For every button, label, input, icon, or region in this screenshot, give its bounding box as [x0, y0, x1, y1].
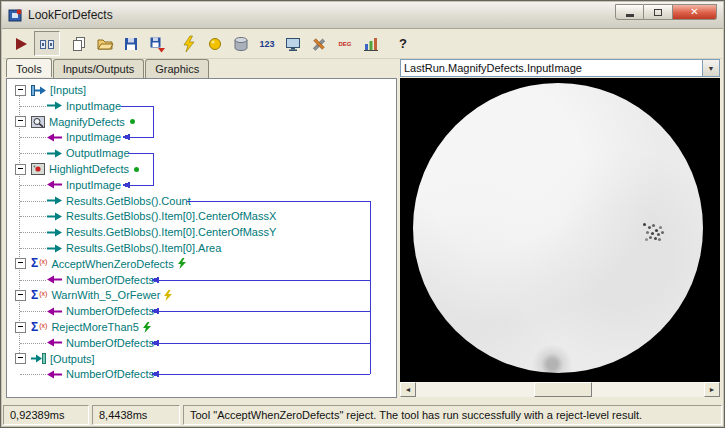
- tree-node-acceptwhenzerodefects[interactable]: Σ(x) AcceptWhenZeroDefects: [7, 256, 186, 272]
- tree-pin-label[interactable]: NumberOfDefects: [66, 368, 154, 380]
- lightning-icon: [180, 35, 198, 53]
- tree-node-label[interactable]: RejectMoreThan5: [51, 321, 138, 333]
- tree-pin-label[interactable]: OutputImage: [66, 147, 130, 159]
- chevron-down-icon[interactable]: ▼: [702, 60, 719, 76]
- status-message: Tool "AcceptWhenZeroDefects" reject. The…: [183, 405, 722, 425]
- save-export-button[interactable]: [144, 31, 170, 56]
- tree-pin-centerofmassy[interactable]: Results.GetBlobs().Item[0].CenterOfMassY: [7, 224, 276, 240]
- tree-pin-inputs-inputimage[interactable]: InputImage: [7, 98, 121, 114]
- image-display[interactable]: [400, 78, 720, 382]
- tree-pin-highlight-inputimage[interactable]: InputImage: [7, 177, 121, 193]
- power-button[interactable]: [202, 31, 228, 56]
- tree-node-label[interactable]: [Inputs]: [50, 84, 86, 96]
- tree-pin-label[interactable]: InputImage: [66, 131, 121, 143]
- run-triangle-icon: [12, 35, 30, 53]
- display-source-value: LastRun.MagnifyDefects.InputImage: [401, 62, 702, 74]
- tab-tools[interactable]: Tools: [6, 58, 52, 77]
- run-mode-toggle[interactable]: [34, 31, 60, 56]
- debug-button[interactable]: DEG: [332, 31, 358, 56]
- tree-pin-outputs-numberofdefects[interactable]: NumberOfDefects: [7, 366, 154, 382]
- status-time-2: 8,4438ms: [92, 405, 180, 425]
- tree-pin-label[interactable]: Results.GetBlobs().Item[0].CenterOfMassX: [66, 210, 276, 222]
- input-pin-icon: [47, 133, 62, 142]
- highlight-tool-icon: [31, 163, 45, 175]
- tree-pin-label[interactable]: Results.GetBlobs().Item[0].Area: [66, 242, 221, 254]
- close-button[interactable]: ✕: [673, 4, 717, 20]
- tree-pin-magnify-inputimage[interactable]: InputImage: [7, 129, 121, 145]
- save-button[interactable]: [118, 31, 144, 56]
- tree-pin-label[interactable]: InputImage: [66, 100, 121, 112]
- tree-node-label[interactable]: MagnifyDefects: [49, 116, 125, 128]
- collapse-icon[interactable]: [15, 353, 26, 364]
- minimize-button[interactable]: [615, 4, 644, 20]
- collapse-icon[interactable]: [15, 322, 26, 333]
- tree-node-label[interactable]: AcceptWhenZeroDefects: [51, 258, 173, 270]
- window-title: LookForDefects: [28, 8, 113, 22]
- tree-node-inputs[interactable]: [Inputs]: [7, 82, 86, 98]
- title-bar[interactable]: LookForDefects ✕: [2, 2, 723, 29]
- status-green-dot: [134, 167, 139, 172]
- tree-pin-label[interactable]: NumberOfDefects: [66, 337, 154, 349]
- input-pin-icon: [47, 180, 62, 189]
- scrollbar-thumb[interactable]: [534, 382, 592, 397]
- tree-node-label[interactable]: HighlightDefects: [49, 163, 129, 175]
- tree-pin-label[interactable]: NumberOfDefects: [66, 274, 154, 286]
- tree-node-highlightdefects[interactable]: HighlightDefects: [7, 161, 139, 177]
- numeric-ids-button[interactable]: 123: [254, 31, 280, 56]
- scroll-right-button[interactable]: ►: [704, 382, 720, 397]
- tree-pin-centerofmassx[interactable]: Results.GetBlobs().Item[0].CenterOfMassX: [7, 208, 276, 224]
- status-warn-lightning-icon: [164, 290, 172, 301]
- copy-button[interactable]: [66, 31, 92, 56]
- tree-node-magnifydefects[interactable]: MagnifyDefects: [7, 114, 135, 130]
- input-pin-icon: [47, 275, 62, 284]
- status-reject-lightning-icon: [143, 322, 151, 333]
- tab-inputs-outputs[interactable]: Inputs/Outputs: [53, 59, 145, 78]
- copy-icon: [70, 35, 88, 53]
- app-icon: [8, 8, 23, 23]
- display-button[interactable]: [280, 31, 306, 56]
- tree-pin-label[interactable]: Results.GetBlobs().Item[0].CenterOfMassY: [66, 226, 276, 238]
- collapse-icon[interactable]: [15, 85, 26, 96]
- tree-node-label[interactable]: WarnWith_5_OrFewer: [51, 289, 160, 301]
- tree-node-rejectmorethan5[interactable]: Σ(x) RejectMoreThan5: [7, 319, 151, 335]
- tree-pin-reject-numberofdefects[interactable]: NumberOfDefects: [7, 335, 154, 351]
- scroll-left-button[interactable]: ◄: [400, 382, 416, 397]
- tree-node-warnwith5orfewer[interactable]: Σ(x) WarnWith_5_OrFewer: [7, 287, 172, 303]
- maximize-button[interactable]: [644, 4, 673, 20]
- tree-pin-label[interactable]: InputImage: [66, 179, 121, 191]
- run-button[interactable]: [8, 31, 34, 56]
- tab-graphics[interactable]: Graphics: [145, 59, 209, 78]
- maximize-icon: [654, 9, 662, 16]
- collapse-icon[interactable]: [15, 116, 26, 127]
- left-panel-tabs: Tools Inputs/Outputs Graphics: [6, 59, 210, 78]
- tree-pin-label[interactable]: Results.GetBlobs().Count: [66, 195, 191, 207]
- tree-pin-label[interactable]: NumberOfDefects: [66, 305, 154, 317]
- tree-pin-warn-numberofdefects[interactable]: NumberOfDefects: [7, 303, 154, 319]
- database-button[interactable]: [228, 31, 254, 56]
- tree-node-label[interactable]: [Outputs]: [50, 353, 95, 365]
- status-bar: 0,92389ms 8,4438ms Tool "AcceptWhenZeroD…: [3, 403, 722, 425]
- help-button[interactable]: ?: [390, 31, 416, 56]
- output-pin-icon: [47, 212, 62, 221]
- output-pin-icon: [47, 101, 62, 110]
- collapse-icon[interactable]: [15, 164, 26, 175]
- scrollbar-track[interactable]: [416, 382, 704, 397]
- tree-pin-accept-numberofdefects[interactable]: NumberOfDefects: [7, 272, 154, 288]
- reset-button[interactable]: [176, 31, 202, 56]
- tree-node-outputs[interactable]: [Outputs]: [7, 351, 95, 367]
- open-button[interactable]: [92, 31, 118, 56]
- profile-button[interactable]: [358, 31, 384, 56]
- image-horizontal-scrollbar[interactable]: ◄ ►: [400, 382, 720, 397]
- tree-pin-magnify-outputimage[interactable]: OutputImage: [7, 145, 130, 161]
- collapse-icon[interactable]: [15, 290, 26, 301]
- output-pin-icon: [47, 149, 62, 158]
- question-icon: ?: [399, 36, 407, 51]
- tree-pin-area[interactable]: Results.GetBlobs().Item[0].Area: [7, 240, 221, 256]
- input-pin-icon: [47, 338, 62, 347]
- toolbar: 123 DEG ?: [3, 29, 722, 59]
- options-button[interactable]: [306, 31, 332, 56]
- collapse-icon[interactable]: [15, 258, 26, 269]
- tree-pin-blobs-count[interactable]: Results.GetBlobs().Count: [7, 193, 191, 209]
- tool-tree-panel: [Inputs] InputImage MagnifyDefects Input…: [6, 78, 397, 398]
- display-source-dropdown[interactable]: LastRun.MagnifyDefects.InputImage ▼: [400, 59, 720, 77]
